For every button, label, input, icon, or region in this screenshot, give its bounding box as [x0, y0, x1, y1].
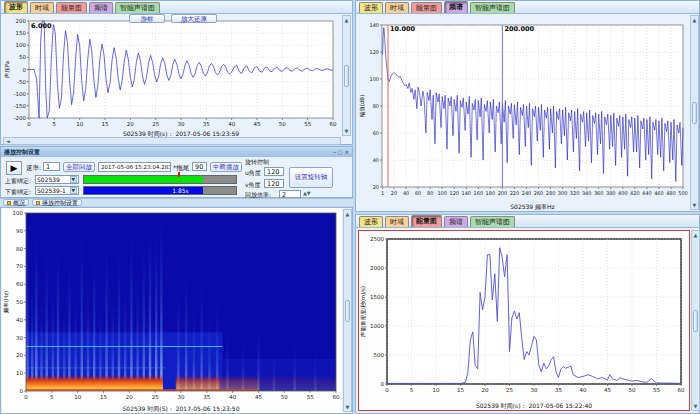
cursor-button[interactable]: 游标 [129, 14, 165, 23]
chevron-down-icon[interactable]: ▼ [70, 176, 77, 183]
svg-text:0: 0 [385, 387, 389, 393]
u-angle-label: u角度 [245, 169, 261, 178]
tab-2[interactable]: 能量图 [56, 2, 87, 13]
green-progress-fill [84, 176, 203, 183]
tab-3[interactable]: 频谱 [444, 216, 468, 227]
spectrogram-vscrollbar[interactable]: ▲▼ [343, 209, 352, 412]
scroll-down-icon[interactable]: ▼ [693, 202, 697, 208]
waveform-hscrollbar[interactable]: ◄ [3, 137, 341, 145]
zoom-reset-button[interactable]: 放大还原 [171, 14, 217, 23]
tab-2[interactable]: 能量图 [411, 215, 442, 227]
spectrogram-chart[interactable]: 0510152025303540455055600102030405060708… [2, 208, 342, 413]
tab-2[interactable]: 能量图 [411, 2, 442, 13]
svg-text:120: 120 [449, 190, 459, 196]
svg-text:2500: 2500 [370, 236, 384, 242]
svg-text:40: 40 [580, 387, 587, 393]
svg-text:100: 100 [16, 42, 27, 48]
player-body: ▶ 速率: 1 全部回放 2017-05-06 15:23:04.283 *拖尾… [1, 157, 352, 198]
tab-1[interactable]: 时域 [385, 2, 409, 13]
waveform-chart[interactable]: 051015202530354045505560-200-150-100-500… [3, 15, 339, 138]
scroll-left-icon[interactable]: ◄ [6, 138, 10, 144]
spectrum-vscrollbar[interactable]: ▲▼ [690, 15, 699, 210]
rate-label: 速率: [26, 164, 41, 173]
minimize-icon[interactable]: ─ [333, 149, 336, 155]
svg-text:160: 160 [474, 190, 484, 196]
play-button[interactable]: ▶ [6, 161, 22, 175]
progress-time-label: 1.85s [172, 187, 189, 195]
spectrum-chart[interactable]: 1204060801001201401601802002202402602803… [358, 15, 689, 211]
svg-text:50: 50 [629, 387, 636, 393]
spinner-icon[interactable]: ▲▼ [303, 190, 311, 196]
u-angle-field[interactable]: 120 [264, 167, 284, 176]
tab-1[interactable]: 时域 [30, 2, 54, 13]
svg-text:6.000: 6.000 [31, 22, 52, 30]
svg-text:45: 45 [604, 387, 611, 393]
svg-text:-50: -50 [17, 79, 26, 85]
playback-progress-green[interactable] [83, 175, 237, 184]
tab-0[interactable]: 波形 [359, 2, 383, 13]
svg-text:1000: 1000 [370, 323, 384, 329]
taskbar-item-player[interactable]: 播放控制设置 [32, 199, 82, 206]
svg-text:420: 420 [630, 190, 640, 196]
energy-tabbar: 波形时域能量图频谱智能声谱图 [356, 215, 699, 228]
scroll-thumb[interactable] [345, 300, 350, 322]
scroll-up-icon[interactable]: ▲ [694, 232, 698, 238]
stop-button[interactable]: 中断播放 [210, 162, 242, 172]
replay-all-button[interactable]: 全部回放 [63, 162, 95, 172]
svg-text:60: 60 [415, 190, 421, 196]
spectrum-tabbar: 波形时域能量图频谱智能声谱图 [356, 1, 699, 14]
energy-vscrollbar[interactable]: ▲▼ [691, 230, 700, 411]
svg-text:60: 60 [373, 130, 379, 136]
v-angle-field[interactable]: 120 [264, 179, 284, 188]
maximize-icon[interactable]: ▢ [338, 149, 343, 155]
svg-text:10: 10 [16, 370, 23, 376]
svg-text:5: 5 [53, 121, 57, 127]
scroll-thumb[interactable] [344, 65, 349, 87]
playback-progress-blue[interactable]: 1.85s [83, 186, 237, 195]
energy-chart-frame: 0510152025303540455055600500100015002000… [358, 230, 690, 411]
scroll-down-icon[interactable]: ▼ [346, 404, 350, 410]
waveform-window: 波形时域能量图频谱智能声谱图 051015202530354045505560-… [0, 0, 353, 145]
svg-text:240: 240 [522, 190, 532, 196]
progress-marker[interactable] [178, 172, 180, 177]
close-icon[interactable]: ✕ [345, 149, 349, 155]
tab-0[interactable]: 波形 [4, 1, 28, 13]
tab-0[interactable]: 波形 [359, 216, 383, 227]
rate-field[interactable]: 1 [43, 162, 60, 171]
replay-ratio-field[interactable]: 2 [279, 190, 301, 198]
scroll-up-icon[interactable]: ▲ [693, 17, 697, 23]
waveform-vscrollbar[interactable]: ▲▼ [342, 15, 351, 136]
svg-text:20: 20 [127, 121, 134, 127]
lower-bind-combo[interactable]: S02539-1▼ [35, 186, 79, 195]
svg-text:25: 25 [506, 387, 513, 393]
chevron-down-icon[interactable]: ▼ [70, 187, 77, 194]
svg-text:200.000: 200.000 [504, 25, 534, 33]
trail-field[interactable]: 90 [192, 162, 207, 171]
set-rotation-axis-button[interactable]: 设置旋转轴 [289, 167, 333, 188]
v-angle-label: v角度 [245, 181, 261, 190]
scroll-thumb[interactable] [692, 102, 697, 124]
tab-4[interactable]: 智能声谱图 [470, 216, 515, 227]
time-field[interactable]: 2017-05-06 15:23:04.283 [98, 162, 171, 172]
tab-3[interactable]: 频谱 [89, 2, 113, 13]
energy-chart[interactable]: 0510152025303540455055600500100015002000… [359, 231, 689, 410]
tab-4[interactable]: 智能声谱图 [470, 2, 515, 13]
scroll-down-icon[interactable]: ▼ [694, 403, 698, 409]
upper-bind-combo[interactable]: S02539▼ [35, 175, 79, 184]
tab-4[interactable]: 智能声谱图 [115, 2, 160, 13]
svg-text:声能量密度/秒(mJ/s): 声能量密度/秒(mJ/s) [360, 286, 367, 337]
taskbar-item-overview[interactable]: 概况 [3, 199, 29, 206]
tab-3[interactable]: 频谱 [444, 1, 468, 13]
scroll-thumb[interactable] [693, 310, 698, 332]
svg-text:S02539 时间(s)： 2017-05-06 15:22: S02539 时间(s)： 2017-05-06 15:22:40 [476, 402, 592, 410]
scroll-down-icon[interactable]: ▼ [345, 128, 349, 134]
scroll-up-icon[interactable]: ▲ [345, 17, 349, 23]
svg-text:20: 20 [16, 352, 23, 358]
svg-text:320: 320 [570, 190, 580, 196]
player-titlebar: 播放控制设置 ─ ▢ ✕ [1, 147, 352, 157]
tab-1[interactable]: 时域 [385, 216, 409, 227]
svg-text:2000: 2000 [370, 265, 384, 271]
scroll-up-icon[interactable]: ▲ [346, 211, 350, 217]
svg-text:20: 20 [126, 394, 133, 400]
svg-text:10: 10 [76, 121, 83, 127]
